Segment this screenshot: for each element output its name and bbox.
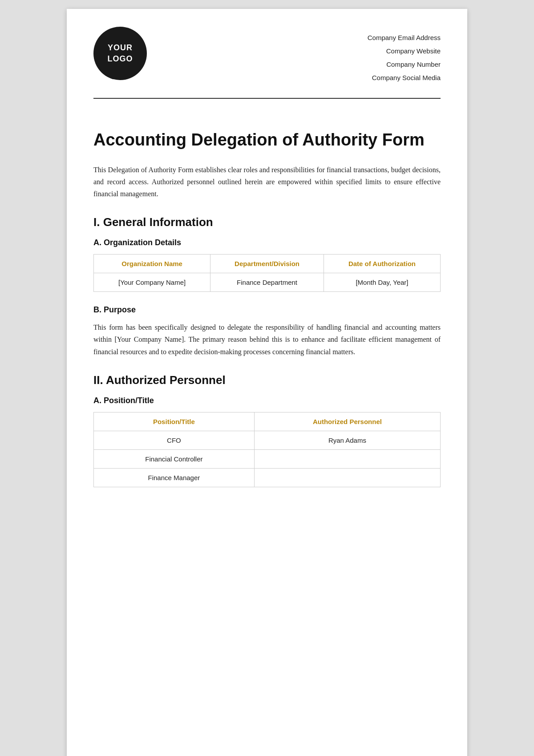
section2-title: II. Authorized Personnel [93,373,441,387]
personnel-table: Position/Title Authorized Personnel CFO … [93,412,441,487]
org-table-header-row: Organization Name Department/Division Da… [94,255,441,273]
subsection-a-title: A. Organization Details [93,238,441,247]
personnel-header-row: Position/Title Authorized Personnel [94,412,441,431]
table-row: Financial Controller [94,449,441,468]
dept-value: Finance Department [210,273,324,292]
position-fc: Financial Controller [94,449,255,468]
table-row: Finance Manager [94,468,441,487]
position-fm: Finance Manager [94,468,255,487]
col-authorized: Authorized Personnel [254,412,440,431]
col-date: Date of Authorization [324,255,440,273]
col-org-name: Organization Name [94,255,210,273]
org-details-table: Organization Name Department/Division Da… [93,254,441,292]
page: YOUR LOGO Company Email Address Company … [67,9,467,756]
personnel-fc [254,449,440,468]
col-dept: Department/Division [210,255,324,273]
section1-title: I. General Information [93,215,441,229]
table-row: [Your Company Name] Finance Department [… [94,273,441,292]
position-cfo: CFO [94,431,255,449]
company-email: Company Email Address [368,31,441,44]
subsection-b-title: B. Purpose [93,305,441,315]
table-row: CFO Ryan Adams [94,431,441,449]
intro-paragraph: This Delegation of Authority Form establ… [93,164,441,200]
company-info: Company Email Address Company Website Co… [368,27,441,85]
company-logo: YOUR LOGO [93,27,147,80]
purpose-paragraph: This form has been specifically designed… [93,321,441,358]
org-name-value: [Your Company Name] [94,273,210,292]
main-content: Accounting Delegation of Authority Form … [67,99,467,527]
personnel-fm [254,468,440,487]
personnel-cfo: Ryan Adams [254,431,440,449]
col-position: Position/Title [94,412,255,431]
logo-line1: YOUR [108,42,133,53]
header: YOUR LOGO Company Email Address Company … [67,9,467,93]
company-website: Company Website [368,44,441,58]
company-social: Company Social Media [368,71,441,85]
logo-line2: LOGO [108,53,133,65]
document-title: Accounting Delegation of Authority Form [93,130,441,150]
date-value: [Month Day, Year] [324,273,440,292]
position-title-subtitle: A. Position/Title [93,396,441,405]
company-number: Company Number [368,58,441,71]
